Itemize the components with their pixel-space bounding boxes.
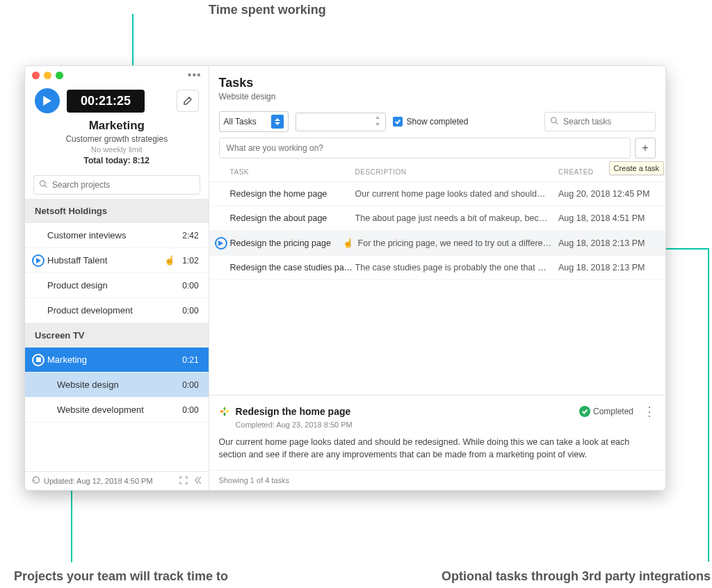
task-desc: Our current home page looks dated and sh… [355, 189, 558, 199]
tasks-secondary-select[interactable] [296, 113, 386, 131]
dropdown-caret-icon [374, 116, 381, 128]
project-name: Marketing [47, 354, 87, 365]
tasks-header: Tasks Website design [209, 66, 665, 106]
project-item[interactable]: Hubstaff Talent☝1:02 [25, 248, 209, 273]
annotation-projects: Projects your team will track time to [14, 569, 228, 584]
project-time: 0:00 [182, 405, 198, 415]
project-group-header[interactable]: Netsoft Holdings [25, 199, 209, 223]
project-name: Hubstaff Talent [47, 255, 107, 266]
sidebar: ••• 00:21:25 Marketing Customer growth s… [25, 66, 209, 490]
show-completed-label: Show completed [407, 117, 469, 126]
task-desc: The about page just needs a bit of makeu… [355, 213, 558, 223]
task-row[interactable]: Redesign the case studies pa…The case st… [209, 256, 665, 280]
more-vertical-icon[interactable]: ⋮ [643, 404, 656, 419]
tasks-table-header: TASK DESCRIPTION CREATED [209, 163, 665, 182]
detail-body: Our current home page looks dated and sh… [219, 436, 656, 462]
play-icon[interactable] [215, 237, 227, 250]
search-icon [39, 180, 47, 190]
stop-icon[interactable] [32, 354, 44, 366]
svg-point-1 [551, 117, 557, 123]
task-name: Redesign the about page [230, 213, 355, 223]
project-name: Website development [57, 405, 144, 415]
main-panel: Tasks Website design All Tasks Show comp… [209, 66, 665, 490]
task-desc: For the pricing page, we need to try out… [358, 238, 558, 248]
tasks-filter-label: All Tasks [224, 117, 257, 126]
project-name: Product development [47, 305, 133, 316]
search-icon [550, 117, 558, 127]
col-desc-header: DESCRIPTION [355, 168, 558, 176]
integration-icon [219, 406, 230, 417]
detail-title: Redesign the home page [236, 406, 351, 417]
window-zoom-icon[interactable] [56, 72, 63, 79]
project-subtitle: Customer growth strategies [32, 134, 202, 144]
project-name: Customer inteviews [47, 230, 126, 240]
project-list: Netsoft HoldingsCustomer inteviews2:42Hu… [25, 199, 209, 471]
tasks-filter-select[interactable]: All Tasks [219, 111, 289, 132]
task-row[interactable]: Redesign the pricing page☝For the pricin… [209, 231, 665, 256]
more-menu-icon[interactable]: ••• [188, 69, 202, 81]
task-name: Redesign the home page [230, 189, 355, 199]
current-project-header: Marketing Customer growth strategies No … [25, 116, 209, 171]
start-timer-button[interactable] [35, 88, 60, 113]
check-circle-icon [579, 406, 590, 417]
refresh-icon[interactable] [32, 476, 40, 486]
add-task-row: + Create a task [209, 138, 665, 163]
project-item[interactable]: Marketing0:21 [25, 348, 209, 373]
window-titlebar: ••• [25, 66, 209, 84]
project-item[interactable]: Website design0:00 [25, 373, 209, 398]
sidebar-footer: Updated: Aug 12, 2018 4:50 PM [25, 471, 209, 490]
project-name: Website design [57, 379, 119, 390]
task-row[interactable]: Redesign the home pageOur current home p… [209, 182, 665, 206]
footer-updated: Updated: Aug 12, 2018 4:50 PM [44, 477, 153, 485]
tasks-title: Tasks [219, 76, 656, 90]
task-created: Aug 18, 2018 2:13 PM [558, 238, 656, 248]
expand-icon[interactable] [179, 476, 188, 486]
project-time: 1:02 [182, 256, 198, 266]
project-item[interactable]: Website development0:00 [25, 398, 209, 423]
filter-row: All Tasks Show completed [209, 106, 665, 138]
callout-line [708, 249, 709, 562]
project-item[interactable]: Customer inteviews2:42 [25, 223, 209, 248]
search-projects-wrap [25, 171, 209, 199]
project-group-header[interactable]: Uscreen TV [25, 323, 209, 348]
search-tasks-input[interactable] [544, 112, 656, 131]
project-item[interactable]: Product development0:00 [25, 298, 209, 323]
tasks-subtitle: Website design [219, 92, 656, 101]
svg-point-0 [40, 181, 46, 186]
task-row[interactable]: Redesign the about pageThe about page ju… [209, 206, 665, 231]
annotation-tasks: Optional tasks through 3rd party integra… [442, 569, 711, 584]
app-window: ••• 00:21:25 Marketing Customer growth s… [24, 65, 666, 491]
timer-display: 00:21:25 [67, 90, 145, 113]
completed-badge: Completed [579, 406, 633, 417]
project-time: 2:42 [182, 231, 198, 240]
play-icon[interactable] [32, 254, 44, 267]
task-detail-panel: Redesign the home page Completed ⋮ Compl… [209, 395, 665, 471]
add-task-input[interactable] [219, 138, 631, 158]
search-projects-input[interactable] [33, 175, 200, 195]
project-time: 0:00 [182, 281, 198, 291]
project-limit: No weekly limit [32, 145, 202, 154]
task-list: Redesign the home pageOur current home p… [209, 182, 665, 280]
cursor-icon: ☝ [343, 238, 354, 248]
edit-timer-button[interactable] [177, 90, 199, 112]
task-created: Aug 18, 2018 2:13 PM [558, 263, 656, 272]
window-minimize-icon[interactable] [44, 72, 51, 79]
project-title: Marketing [32, 119, 202, 133]
collapse-icon[interactable] [193, 476, 202, 486]
task-created: Aug 18, 2018 4:51 PM [558, 213, 656, 223]
task-name: Redesign the pricing page [230, 238, 355, 248]
project-time: 0:21 [182, 355, 198, 365]
col-task-header: TASK [230, 168, 355, 176]
add-task-button[interactable]: + [635, 138, 656, 158]
project-item[interactable]: Product design0:00 [25, 273, 209, 298]
project-time: 0:00 [182, 306, 198, 316]
window-close-icon[interactable] [32, 72, 40, 79]
task-desc: The case studies page is probably the on… [355, 263, 558, 272]
tasks-showing: Showing 1 of 4 tasks [209, 470, 665, 490]
project-total-today: Total today: 8:12 [32, 156, 202, 165]
checkbox-checked-icon [393, 117, 403, 126]
detail-completed-at: Completed: Aug 23, 2018 8:50 PM [236, 420, 656, 429]
timer-row: 00:21:25 [25, 84, 209, 116]
show-completed-checkbox[interactable]: Show completed [393, 117, 469, 126]
cursor-icon: ☝ [164, 255, 175, 266]
